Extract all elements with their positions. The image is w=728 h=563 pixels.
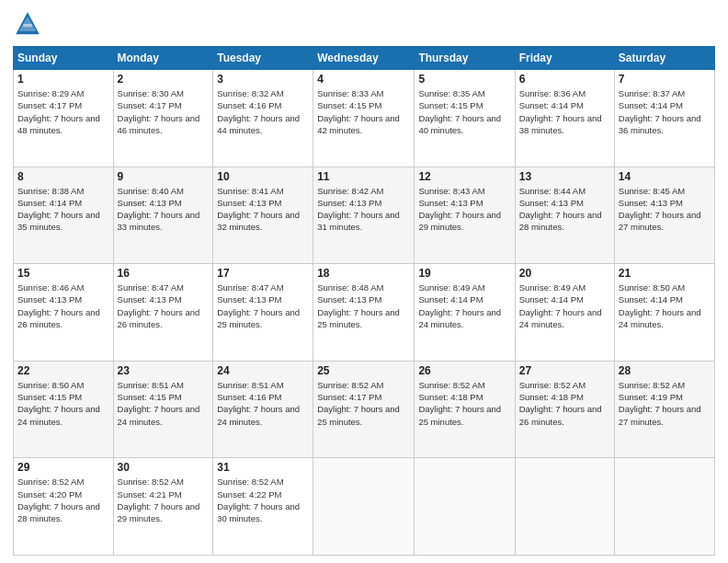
calendar-cell — [313, 458, 415, 556]
calendar-cell — [614, 458, 714, 556]
calendar-cell: 18Sunrise: 8:48 AMSunset: 4:13 PMDayligh… — [313, 264, 415, 362]
day-number: 16 — [118, 267, 210, 280]
day-number: 8 — [17, 170, 109, 183]
day-info: Sunrise: 8:40 AMSunset: 4:13 PMDaylight:… — [118, 186, 200, 233]
day-of-week-header: Friday — [515, 47, 614, 70]
day-of-week-header: Tuesday — [213, 47, 313, 70]
day-number: 2 — [118, 73, 210, 86]
day-info: Sunrise: 8:52 AMSunset: 4:21 PMDaylight:… — [118, 477, 200, 523]
logo — [13, 9, 44, 39]
calendar-week-row: 15Sunrise: 8:46 AMSunset: 4:13 PMDayligh… — [14, 264, 715, 362]
calendar-cell: 27Sunrise: 8:52 AMSunset: 4:18 PMDayligh… — [515, 361, 614, 458]
main-container: SundayMondayTuesdayWednesdayThursdayFrid… — [0, 0, 728, 563]
day-info: Sunrise: 8:48 AMSunset: 4:13 PMDaylight:… — [317, 282, 400, 329]
calendar-cell: 15Sunrise: 8:46 AMSunset: 4:13 PMDayligh… — [14, 264, 114, 362]
calendar-week-row: 29Sunrise: 8:52 AMSunset: 4:20 PMDayligh… — [14, 458, 715, 556]
day-number: 27 — [519, 364, 610, 377]
day-of-week-header: Monday — [113, 47, 213, 70]
calendar-cell: 28Sunrise: 8:52 AMSunset: 4:19 PMDayligh… — [614, 361, 714, 458]
day-number: 12 — [418, 170, 510, 183]
day-info: Sunrise: 8:45 AMSunset: 4:13 PMDaylight:… — [619, 186, 701, 233]
calendar-cell: 19Sunrise: 8:49 AMSunset: 4:14 PMDayligh… — [415, 264, 515, 362]
day-info: Sunrise: 8:44 AMSunset: 4:13 PMDaylight:… — [519, 186, 602, 233]
day-info: Sunrise: 8:36 AMSunset: 4:14 PMDaylight:… — [519, 88, 602, 135]
calendar-cell: 13Sunrise: 8:44 AMSunset: 4:13 PMDayligh… — [515, 167, 614, 264]
calendar-cell: 11Sunrise: 8:42 AMSunset: 4:13 PMDayligh… — [313, 167, 415, 264]
day-info: Sunrise: 8:50 AMSunset: 4:15 PMDaylight:… — [17, 380, 100, 427]
day-info: Sunrise: 8:47 AMSunset: 4:13 PMDaylight:… — [217, 282, 300, 329]
day-info: Sunrise: 8:52 AMSunset: 4:20 PMDaylight:… — [17, 477, 100, 523]
day-info: Sunrise: 8:51 AMSunset: 4:15 PMDaylight:… — [118, 380, 200, 427]
day-info: Sunrise: 8:33 AMSunset: 4:15 PMDaylight:… — [317, 88, 400, 135]
day-number: 30 — [118, 461, 210, 474]
calendar-cell: 12Sunrise: 8:43 AMSunset: 4:13 PMDayligh… — [415, 167, 515, 264]
day-number: 4 — [317, 73, 410, 86]
day-info: Sunrise: 8:47 AMSunset: 4:13 PMDaylight:… — [118, 282, 200, 329]
day-number: 22 — [17, 364, 109, 377]
calendar-cell: 6Sunrise: 8:36 AMSunset: 4:14 PMDaylight… — [515, 70, 614, 167]
day-info: Sunrise: 8:46 AMSunset: 4:13 PMDaylight:… — [17, 282, 100, 329]
day-info: Sunrise: 8:50 AMSunset: 4:14 PMDaylight:… — [619, 282, 701, 329]
header — [13, 9, 715, 39]
day-number: 18 — [317, 267, 410, 280]
calendar-cell: 29Sunrise: 8:52 AMSunset: 4:20 PMDayligh… — [14, 458, 114, 556]
day-number: 1 — [17, 73, 109, 86]
calendar-cell: 24Sunrise: 8:51 AMSunset: 4:16 PMDayligh… — [213, 361, 313, 458]
day-number: 11 — [317, 170, 410, 183]
calendar-cell: 30Sunrise: 8:52 AMSunset: 4:21 PMDayligh… — [113, 458, 213, 556]
calendar-week-row: 22Sunrise: 8:50 AMSunset: 4:15 PMDayligh… — [14, 361, 715, 458]
day-number: 6 — [519, 73, 610, 86]
calendar-cell — [515, 458, 614, 556]
day-number: 14 — [619, 170, 711, 183]
day-number: 26 — [418, 364, 510, 377]
day-number: 9 — [118, 170, 210, 183]
day-number: 21 — [619, 267, 711, 280]
day-number: 17 — [217, 267, 309, 280]
day-info: Sunrise: 8:29 AMSunset: 4:17 PMDaylight:… — [17, 88, 100, 135]
day-info: Sunrise: 8:35 AMSunset: 4:15 PMDaylight:… — [418, 88, 501, 135]
calendar-cell: 22Sunrise: 8:50 AMSunset: 4:15 PMDayligh… — [14, 361, 114, 458]
day-info: Sunrise: 8:49 AMSunset: 4:14 PMDaylight:… — [418, 282, 501, 329]
logo-icon — [13, 9, 42, 39]
calendar-cell: 31Sunrise: 8:52 AMSunset: 4:22 PMDayligh… — [213, 458, 313, 556]
day-of-week-header: Thursday — [415, 47, 515, 70]
day-info: Sunrise: 8:38 AMSunset: 4:14 PMDaylight:… — [17, 186, 100, 233]
calendar-cell: 14Sunrise: 8:45 AMSunset: 4:13 PMDayligh… — [614, 167, 714, 264]
calendar-cell — [415, 458, 515, 556]
day-info: Sunrise: 8:51 AMSunset: 4:16 PMDaylight:… — [217, 380, 300, 427]
day-number: 10 — [217, 170, 309, 183]
day-info: Sunrise: 8:43 AMSunset: 4:13 PMDaylight:… — [418, 186, 501, 233]
calendar-week-row: 1Sunrise: 8:29 AMSunset: 4:17 PMDaylight… — [14, 70, 715, 167]
day-of-week-header: Wednesday — [313, 47, 415, 70]
day-number: 29 — [17, 461, 109, 474]
day-info: Sunrise: 8:37 AMSunset: 4:14 PMDaylight:… — [619, 88, 701, 135]
calendar-cell: 21Sunrise: 8:50 AMSunset: 4:14 PMDayligh… — [614, 264, 714, 362]
day-info: Sunrise: 8:52 AMSunset: 4:18 PMDaylight:… — [519, 380, 602, 427]
day-info: Sunrise: 8:42 AMSunset: 4:13 PMDaylight:… — [317, 186, 400, 233]
day-number: 25 — [317, 364, 410, 377]
day-number: 28 — [619, 364, 711, 377]
day-number: 19 — [418, 267, 510, 280]
calendar-cell: 20Sunrise: 8:49 AMSunset: 4:14 PMDayligh… — [515, 264, 614, 362]
calendar-cell: 10Sunrise: 8:41 AMSunset: 4:13 PMDayligh… — [213, 167, 313, 264]
calendar-cell: 4Sunrise: 8:33 AMSunset: 4:15 PMDaylight… — [313, 70, 415, 167]
day-of-week-header: Sunday — [14, 47, 114, 70]
calendar-cell: 26Sunrise: 8:52 AMSunset: 4:18 PMDayligh… — [415, 361, 515, 458]
day-number: 5 — [418, 73, 510, 86]
calendar-cell: 17Sunrise: 8:47 AMSunset: 4:13 PMDayligh… — [213, 264, 313, 362]
day-info: Sunrise: 8:52 AMSunset: 4:19 PMDaylight:… — [619, 380, 701, 427]
calendar-header-row: SundayMondayTuesdayWednesdayThursdayFrid… — [14, 47, 715, 70]
day-of-week-header: Saturday — [614, 47, 714, 70]
day-info: Sunrise: 8:49 AMSunset: 4:14 PMDaylight:… — [519, 282, 602, 329]
calendar-cell: 16Sunrise: 8:47 AMSunset: 4:13 PMDayligh… — [113, 264, 213, 362]
day-info: Sunrise: 8:41 AMSunset: 4:13 PMDaylight:… — [217, 186, 300, 233]
day-number: 15 — [17, 267, 109, 280]
calendar-table: SundayMondayTuesdayWednesdayThursdayFrid… — [13, 46, 715, 556]
calendar-cell: 1Sunrise: 8:29 AMSunset: 4:17 PMDaylight… — [14, 70, 114, 167]
calendar-cell: 23Sunrise: 8:51 AMSunset: 4:15 PMDayligh… — [113, 361, 213, 458]
day-number: 20 — [519, 267, 610, 280]
day-info: Sunrise: 8:52 AMSunset: 4:17 PMDaylight:… — [317, 380, 400, 427]
day-number: 23 — [118, 364, 210, 377]
calendar-cell: 5Sunrise: 8:35 AMSunset: 4:15 PMDaylight… — [415, 70, 515, 167]
day-info: Sunrise: 8:32 AMSunset: 4:16 PMDaylight:… — [217, 88, 300, 135]
